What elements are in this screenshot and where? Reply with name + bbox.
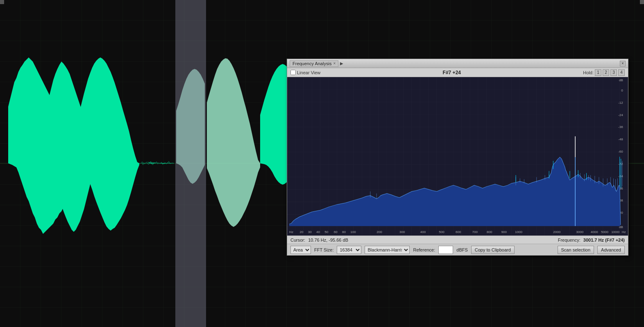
cursor-value: 10.76 Hz, -95.66 dB	[308, 238, 348, 242]
svg-text:30: 30	[308, 230, 312, 234]
linear-view-toggle[interactable]: Linear View	[290, 70, 320, 75]
hold-btn-3[interactable]: 3	[610, 69, 617, 76]
svg-text:700: 700	[472, 230, 478, 234]
svg-text:60: 60	[334, 230, 338, 234]
svg-text:3000: 3000	[576, 230, 584, 234]
reference-label: Reference:	[413, 247, 435, 252]
svg-text:-12: -12	[618, 101, 623, 105]
linear-view-label: Linear View	[297, 70, 320, 75]
frequency-value: 3001.7 Hz (F#7 +24)	[583, 238, 625, 242]
svg-text:dB: dB	[619, 78, 623, 82]
svg-text:600: 600	[456, 230, 461, 234]
corner-tr-icon	[640, 0, 644, 4]
frequency-label: Frequency:	[558, 238, 581, 242]
copy-to-clipboard-button[interactable]: Copy to Clipboard	[471, 246, 515, 254]
svg-text:5000: 5000	[601, 230, 609, 234]
freq-toolbar: Linear View F#7 +24 Hold: 1 2 3 4	[287, 68, 628, 77]
cursor-info: Cursor: 10.76 Hz, -95.66 dB	[290, 238, 348, 242]
frequency-info: Frequency: 3001.7 Hz (F#7 +24)	[558, 238, 625, 242]
svg-text:Hz: Hz	[622, 230, 626, 234]
freq-chart-svg: dB 0 -12 -24 -36 -48 -60 -72 -84 -96 -10…	[287, 77, 628, 236]
svg-text:10000: 10000	[611, 231, 619, 233]
freq-controlbar: Area FFT Size: 16384 Blackmann-Harris Re…	[287, 244, 628, 255]
dbfs-label: dBFS	[456, 247, 468, 252]
linear-view-checkbox[interactable]	[290, 70, 296, 75]
svg-text:100: 100	[350, 230, 356, 234]
hold-section: Hold: 1 2 3 4	[583, 69, 625, 76]
frequency-analysis-window: Frequency Analysis × ▶ × Linear View F#7…	[287, 59, 628, 256]
reference-input[interactable]: 0	[438, 246, 453, 254]
svg-text:40: 40	[316, 230, 320, 234]
freq-titlebar-left: Frequency Analysis × ▶	[290, 60, 343, 67]
freq-note-display: F#7 +24	[443, 70, 461, 75]
freq-tab-close[interactable]: ×	[333, 61, 336, 66]
selection-overlay	[175, 0, 206, 327]
fft-size-select[interactable]: 16384	[337, 246, 361, 254]
freq-tab-label: Frequency Analysis	[293, 61, 331, 66]
svg-text:200: 200	[376, 230, 382, 234]
svg-text:80: 80	[342, 230, 346, 234]
svg-text:Hz: Hz	[289, 230, 293, 234]
fft-size-label: FFT Size:	[314, 247, 333, 252]
svg-text:4000: 4000	[591, 230, 599, 234]
svg-text:300: 300	[399, 230, 405, 234]
svg-text:-60: -60	[618, 150, 623, 153]
scan-selection-button[interactable]: Scan selection	[558, 246, 594, 254]
advanced-button[interactable]: Advanced	[597, 246, 625, 254]
freq-titlebar: Frequency Analysis × ▶ ×	[287, 59, 628, 68]
corner-tl-icon	[0, 0, 4, 4]
svg-text:-36: -36	[618, 125, 623, 129]
svg-text:-24: -24	[618, 113, 623, 117]
freq-chart-area: dB 0 -12 -24 -36 -48 -60 -72 -84 -96 -10…	[287, 77, 628, 236]
freq-statusbar: Cursor: 10.76 Hz, -95.66 dB Frequency: 3…	[287, 236, 628, 244]
hold-btn-2[interactable]: 2	[603, 69, 609, 76]
svg-text:800: 800	[487, 230, 492, 234]
svg-text:500: 500	[439, 230, 444, 234]
svg-text:20: 20	[299, 230, 304, 234]
svg-text:400: 400	[420, 230, 426, 234]
svg-text:-84: -84	[618, 174, 623, 178]
window-function-select[interactable]: Blackmann-Harris	[365, 246, 410, 254]
svg-text:0: 0	[621, 89, 623, 92]
freq-arrow-btn[interactable]: ▶	[340, 61, 343, 66]
freq-tab[interactable]: Frequency Analysis ×	[290, 60, 338, 67]
svg-text:-48: -48	[618, 137, 623, 141]
freq-window-close[interactable]: ×	[620, 61, 626, 66]
cursor-label: Cursor:	[290, 238, 305, 242]
svg-text:50: 50	[324, 230, 329, 234]
svg-text:900: 900	[501, 230, 507, 234]
hold-label: Hold:	[583, 70, 594, 75]
hold-btn-1[interactable]: 1	[595, 69, 601, 76]
display-mode-select[interactable]: Area	[290, 246, 311, 254]
svg-text:-72: -72	[618, 162, 623, 166]
hold-btn-4[interactable]: 4	[618, 69, 625, 76]
svg-text:2000: 2000	[553, 230, 561, 234]
svg-text:1000: 1000	[515, 230, 523, 234]
